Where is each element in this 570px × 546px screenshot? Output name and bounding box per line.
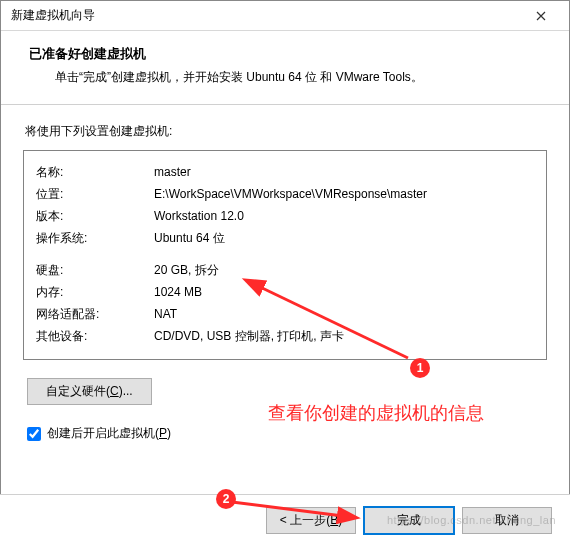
prop-label: 网络适配器: — [36, 303, 154, 325]
prop-label: 内存: — [36, 281, 154, 303]
power-on-checkbox[interactable] — [27, 427, 41, 441]
close-button[interactable] — [521, 2, 561, 30]
prop-row-memory: 内存: 1024 MB — [36, 281, 534, 303]
prop-row-name: 名称: master — [36, 161, 534, 183]
wizard-heading: 已准备好创建虚拟机 — [29, 45, 549, 63]
prop-value: master — [154, 161, 534, 183]
prop-label: 操作系统: — [36, 227, 154, 249]
settings-summary-box: 名称: master 位置: E:\WorkSpace\VMWorkspace\… — [23, 150, 547, 360]
intro-text: 将使用下列设置创建虚拟机: — [25, 123, 547, 140]
close-icon — [536, 11, 546, 21]
prop-label: 其他设备: — [36, 325, 154, 347]
power-on-checkbox-row[interactable]: 创建后开启此虚拟机(P) — [27, 425, 547, 442]
prop-label: 硬盘: — [36, 259, 154, 281]
prop-value: 1024 MB — [154, 281, 534, 303]
prop-row-os: 操作系统: Ubuntu 64 位 — [36, 227, 534, 249]
back-button[interactable]: < 上一步(B) — [266, 507, 356, 534]
prop-value: NAT — [154, 303, 534, 325]
wizard-subheading: 单击“完成”创建虚拟机，并开始安装 Ubuntu 64 位 和 VMware T… — [29, 69, 549, 86]
prop-label: 名称: — [36, 161, 154, 183]
prop-label: 位置: — [36, 183, 154, 205]
prop-value: 20 GB, 拆分 — [154, 259, 534, 281]
prop-row-version: 版本: Workstation 12.0 — [36, 205, 534, 227]
prop-row-nic: 网络适配器: NAT — [36, 303, 534, 325]
power-on-label[interactable]: 创建后开启此虚拟机(P) — [47, 425, 171, 442]
finish-button[interactable]: 完成 — [364, 507, 454, 534]
titlebar: 新建虚拟机向导 — [1, 1, 569, 31]
prop-value: E:\WorkSpace\VMWorkspace\VMResponse\mast… — [154, 183, 534, 205]
wizard-footer: < 上一步(B) 完成 取消 — [0, 494, 570, 546]
prop-value: Workstation 12.0 — [154, 205, 534, 227]
prop-row-location: 位置: E:\WorkSpace\VMWorkspace\VMResponse\… — [36, 183, 534, 205]
wizard-header: 已准备好创建虚拟机 单击“完成”创建虚拟机，并开始安装 Ubuntu 64 位 … — [1, 31, 569, 104]
wizard-body: 将使用下列设置创建虚拟机: 名称: master 位置: E:\WorkSpac… — [1, 105, 569, 452]
prop-value: Ubuntu 64 位 — [154, 227, 534, 249]
prop-row-other: 其他设备: CD/DVD, USB 控制器, 打印机, 声卡 — [36, 325, 534, 347]
prop-value: CD/DVD, USB 控制器, 打印机, 声卡 — [154, 325, 534, 347]
window-title: 新建虚拟机向导 — [11, 7, 95, 24]
prop-label: 版本: — [36, 205, 154, 227]
customize-hardware-button[interactable]: 自定义硬件(C)... — [27, 378, 152, 405]
prop-row-disk: 硬盘: 20 GB, 拆分 — [36, 259, 534, 281]
cancel-button[interactable]: 取消 — [462, 507, 552, 534]
